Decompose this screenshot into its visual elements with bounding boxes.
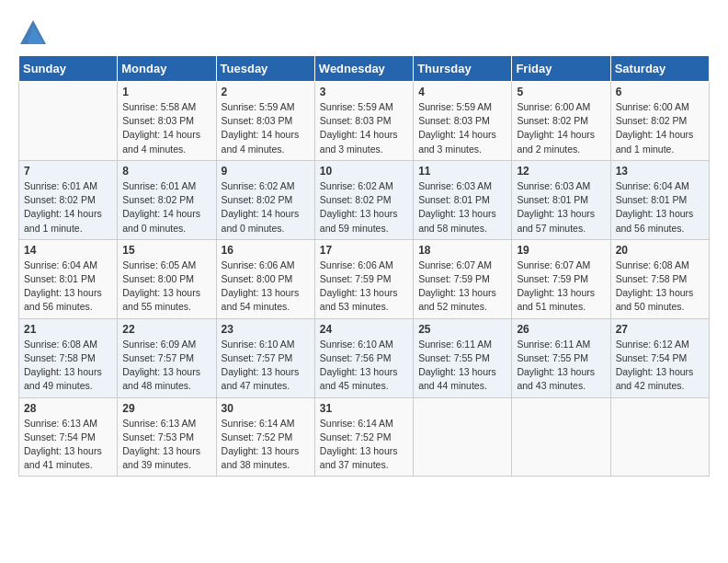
calendar-cell: 22Sunrise: 6:09 AM Sunset: 7:57 PM Dayli… bbox=[118, 318, 216, 397]
day-info: Sunrise: 6:11 AM Sunset: 7:55 PM Dayligh… bbox=[517, 338, 605, 394]
day-number: 23 bbox=[222, 323, 310, 336]
col-header-wednesday: Wednesday bbox=[314, 56, 413, 82]
calendar-cell: 30Sunrise: 6:14 AM Sunset: 7:52 PM Dayli… bbox=[216, 397, 314, 477]
calendar-week-row: 7Sunrise: 6:01 AM Sunset: 8:02 PM Daylig… bbox=[19, 160, 710, 239]
calendar-cell: 2Sunrise: 5:59 AM Sunset: 8:03 PM Daylig… bbox=[216, 82, 314, 161]
calendar-cell: 5Sunrise: 6:00 AM Sunset: 8:02 PM Daylig… bbox=[512, 82, 610, 161]
day-number: 27 bbox=[616, 323, 704, 336]
calendar-cell: 27Sunrise: 6:12 AM Sunset: 7:54 PM Dayli… bbox=[610, 318, 709, 397]
day-number: 22 bbox=[122, 323, 210, 336]
calendar-week-row: 1Sunrise: 5:58 AM Sunset: 8:03 PM Daylig… bbox=[19, 82, 710, 161]
calendar-cell: 15Sunrise: 6:05 AM Sunset: 8:00 PM Dayli… bbox=[118, 239, 216, 318]
day-info: Sunrise: 6:01 AM Sunset: 8:02 PM Dayligh… bbox=[122, 179, 210, 236]
day-info: Sunrise: 6:04 AM Sunset: 8:01 PM Dayligh… bbox=[616, 179, 704, 236]
col-header-sunday: Sunday bbox=[19, 56, 118, 82]
calendar-cell: 4Sunrise: 5:59 AM Sunset: 8:03 PM Daylig… bbox=[414, 82, 512, 161]
day-number: 29 bbox=[122, 402, 210, 415]
calendar-cell: 7Sunrise: 6:01 AM Sunset: 8:02 PM Daylig… bbox=[19, 160, 118, 239]
calendar-cell: 1Sunrise: 5:58 AM Sunset: 8:03 PM Daylig… bbox=[118, 82, 216, 161]
day-number: 12 bbox=[517, 165, 605, 178]
day-number: 25 bbox=[418, 323, 506, 336]
calendar-cell: 17Sunrise: 6:06 AM Sunset: 7:59 PM Dayli… bbox=[314, 239, 413, 318]
day-info: Sunrise: 6:14 AM Sunset: 7:52 PM Dayligh… bbox=[320, 417, 408, 473]
calendar-cell: 3Sunrise: 5:59 AM Sunset: 8:03 PM Daylig… bbox=[314, 82, 413, 161]
day-number: 11 bbox=[418, 165, 506, 178]
day-number: 2 bbox=[222, 86, 310, 98]
day-number: 31 bbox=[320, 402, 408, 415]
day-number: 9 bbox=[222, 165, 310, 178]
calendar-cell: 12Sunrise: 6:03 AM Sunset: 8:01 PM Dayli… bbox=[512, 160, 610, 239]
calendar-week-row: 14Sunrise: 6:04 AM Sunset: 8:01 PM Dayli… bbox=[19, 239, 710, 318]
day-info: Sunrise: 5:58 AM Sunset: 8:03 PM Dayligh… bbox=[122, 100, 210, 156]
day-info: Sunrise: 6:07 AM Sunset: 7:59 PM Dayligh… bbox=[517, 259, 605, 315]
calendar-cell: 10Sunrise: 6:02 AM Sunset: 8:02 PM Dayli… bbox=[314, 160, 413, 239]
day-info: Sunrise: 6:04 AM Sunset: 8:01 PM Dayligh… bbox=[24, 259, 112, 315]
calendar-cell: 18Sunrise: 6:07 AM Sunset: 7:59 PM Dayli… bbox=[414, 239, 512, 318]
calendar-cell: 16Sunrise: 6:06 AM Sunset: 8:00 PM Dayli… bbox=[216, 239, 314, 318]
day-info: Sunrise: 6:06 AM Sunset: 8:00 PM Dayligh… bbox=[222, 259, 310, 315]
day-number: 26 bbox=[517, 323, 605, 336]
calendar-cell: 14Sunrise: 6:04 AM Sunset: 8:01 PM Dayli… bbox=[19, 239, 118, 318]
day-number: 4 bbox=[418, 86, 506, 98]
calendar-cell bbox=[414, 397, 512, 477]
col-header-tuesday: Tuesday bbox=[216, 56, 314, 82]
logo-icon bbox=[18, 18, 46, 46]
day-number: 21 bbox=[24, 323, 112, 336]
day-info: Sunrise: 5:59 AM Sunset: 8:03 PM Dayligh… bbox=[418, 100, 506, 156]
day-info: Sunrise: 6:06 AM Sunset: 7:59 PM Dayligh… bbox=[320, 259, 408, 315]
calendar-cell: 9Sunrise: 6:02 AM Sunset: 8:02 PM Daylig… bbox=[216, 160, 314, 239]
calendar-cell: 8Sunrise: 6:01 AM Sunset: 8:02 PM Daylig… bbox=[118, 160, 216, 239]
day-info: Sunrise: 6:13 AM Sunset: 7:54 PM Dayligh… bbox=[24, 417, 112, 473]
day-number: 8 bbox=[122, 165, 210, 178]
day-info: Sunrise: 6:10 AM Sunset: 7:57 PM Dayligh… bbox=[222, 338, 310, 394]
calendar-cell: 6Sunrise: 6:00 AM Sunset: 8:02 PM Daylig… bbox=[610, 82, 709, 161]
page-header bbox=[18, 18, 710, 46]
calendar-header-row: SundayMondayTuesdayWednesdayThursdayFrid… bbox=[19, 56, 710, 82]
calendar-cell: 21Sunrise: 6:08 AM Sunset: 7:58 PM Dayli… bbox=[19, 318, 118, 397]
day-number: 30 bbox=[222, 402, 310, 415]
calendar-cell: 28Sunrise: 6:13 AM Sunset: 7:54 PM Dayli… bbox=[19, 397, 118, 477]
day-info: Sunrise: 6:03 AM Sunset: 8:01 PM Dayligh… bbox=[418, 179, 506, 236]
day-info: Sunrise: 6:08 AM Sunset: 7:58 PM Dayligh… bbox=[616, 259, 704, 315]
calendar-cell: 23Sunrise: 6:10 AM Sunset: 7:57 PM Dayli… bbox=[216, 318, 314, 397]
day-info: Sunrise: 5:59 AM Sunset: 8:03 PM Dayligh… bbox=[222, 100, 310, 156]
day-number: 17 bbox=[320, 244, 408, 257]
calendar-cell: 19Sunrise: 6:07 AM Sunset: 7:59 PM Dayli… bbox=[512, 239, 610, 318]
logo bbox=[18, 18, 50, 46]
calendar-table: SundayMondayTuesdayWednesdayThursdayFrid… bbox=[18, 55, 710, 477]
calendar-week-row: 21Sunrise: 6:08 AM Sunset: 7:58 PM Dayli… bbox=[19, 318, 710, 397]
day-number: 7 bbox=[24, 165, 112, 178]
day-number: 3 bbox=[320, 86, 408, 98]
calendar-cell bbox=[610, 397, 709, 477]
day-number: 6 bbox=[616, 86, 704, 98]
day-number: 20 bbox=[616, 244, 704, 257]
day-number: 15 bbox=[122, 244, 210, 257]
calendar-week-row: 28Sunrise: 6:13 AM Sunset: 7:54 PM Dayli… bbox=[19, 397, 710, 477]
calendar-cell: 11Sunrise: 6:03 AM Sunset: 8:01 PM Dayli… bbox=[414, 160, 512, 239]
calendar-cell: 13Sunrise: 6:04 AM Sunset: 8:01 PM Dayli… bbox=[610, 160, 709, 239]
day-info: Sunrise: 6:00 AM Sunset: 8:02 PM Dayligh… bbox=[517, 100, 605, 156]
col-header-friday: Friday bbox=[512, 56, 610, 82]
day-info: Sunrise: 6:13 AM Sunset: 7:53 PM Dayligh… bbox=[122, 417, 210, 473]
day-info: Sunrise: 6:05 AM Sunset: 8:00 PM Dayligh… bbox=[122, 259, 210, 315]
day-number: 16 bbox=[222, 244, 310, 257]
calendar-cell: 20Sunrise: 6:08 AM Sunset: 7:58 PM Dayli… bbox=[610, 239, 709, 318]
day-info: Sunrise: 6:14 AM Sunset: 7:52 PM Dayligh… bbox=[222, 417, 310, 473]
calendar-cell bbox=[19, 82, 118, 161]
day-number: 10 bbox=[320, 165, 408, 178]
day-number: 1 bbox=[122, 86, 210, 98]
day-info: Sunrise: 6:01 AM Sunset: 8:02 PM Dayligh… bbox=[24, 179, 112, 236]
day-info: Sunrise: 6:10 AM Sunset: 7:56 PM Dayligh… bbox=[320, 338, 408, 394]
day-number: 19 bbox=[517, 244, 605, 257]
calendar-cell: 26Sunrise: 6:11 AM Sunset: 7:55 PM Dayli… bbox=[512, 318, 610, 397]
day-info: Sunrise: 6:07 AM Sunset: 7:59 PM Dayligh… bbox=[418, 259, 506, 315]
col-header-thursday: Thursday bbox=[414, 56, 512, 82]
calendar-cell: 24Sunrise: 6:10 AM Sunset: 7:56 PM Dayli… bbox=[314, 318, 413, 397]
col-header-monday: Monday bbox=[118, 56, 216, 82]
day-number: 14 bbox=[24, 244, 112, 257]
day-number: 18 bbox=[418, 244, 506, 257]
day-info: Sunrise: 6:08 AM Sunset: 7:58 PM Dayligh… bbox=[24, 338, 112, 394]
day-number: 13 bbox=[616, 165, 704, 178]
day-number: 24 bbox=[320, 323, 408, 336]
day-number: 5 bbox=[517, 86, 605, 98]
